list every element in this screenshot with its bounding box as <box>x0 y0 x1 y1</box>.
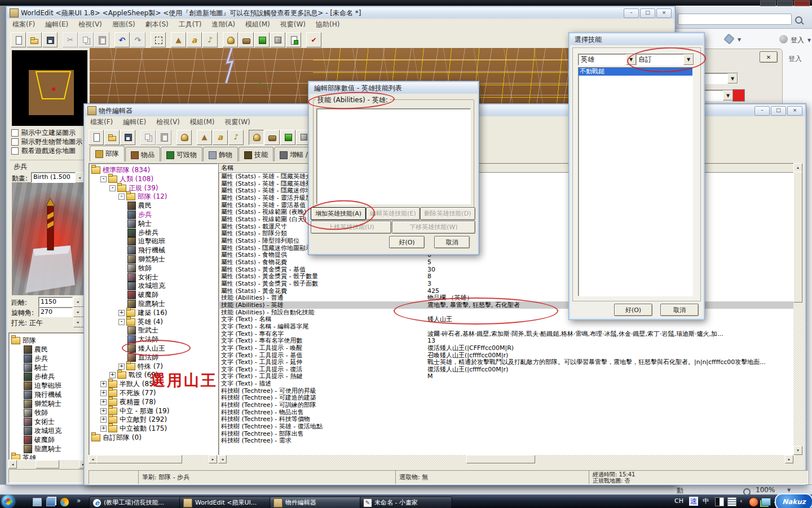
tree-item[interactable]: 女術士 <box>24 418 55 426</box>
new-button[interactable] <box>89 130 104 145</box>
expand-icon[interactable]: + <box>100 381 107 387</box>
checkbox[interactable] <box>11 129 19 137</box>
table-row[interactable]: 科技樹 (Techtree) - 需求 <box>219 437 794 444</box>
tray-ime-toolbar-icon[interactable] <box>727 497 736 506</box>
tree-folder[interactable]: 部隊 <box>11 336 36 345</box>
player-dropdown[interactable]: ▼ <box>703 73 738 84</box>
tree-item[interactable]: 龍鷹騎士 <box>127 300 165 308</box>
chevron-down-icon[interactable]: ▼ <box>626 54 636 65</box>
tree-item[interactable]: 步槍兵 <box>24 373 55 381</box>
tree-item[interactable]: 牧師 <box>127 264 152 273</box>
object-props-pane[interactable]: 名稱 屬性 (Stats) - 英雄 - 隱藏英雄介面屬性 (Stats) - … <box>218 163 795 456</box>
taskbar-button-2[interactable]: WorldEdit <蘋果UI... <box>179 497 272 508</box>
save-button[interactable] <box>120 130 135 145</box>
taskbar-button-3[interactable]: 物件編輯器 <box>270 497 362 508</box>
field-value[interactable]: 1150 <box>38 297 73 307</box>
menu-item[interactable]: 檔案(F) <box>85 116 118 128</box>
copy-button[interactable] <box>78 32 94 47</box>
cancel-button[interactable]: 取消 <box>434 236 470 248</box>
menu-item[interactable]: 檔案(F) <box>7 19 40 30</box>
sound-button[interactable] <box>228 130 244 145</box>
tree-folder[interactable]: +特殊 (7) <box>118 362 163 371</box>
quicklaunch-show-desktop-icon[interactable] <box>33 498 42 506</box>
scroll-thumb[interactable] <box>96 455 182 463</box>
tree-folder[interactable]: 自訂部隊 (0) <box>91 433 142 442</box>
wrench-caret-icon[interactable]: ▼ <box>738 37 741 42</box>
tree-folder[interactable]: 英雄 <box>11 454 36 460</box>
browser-minimize-button[interactable] <box>760 1 776 6</box>
tree-item[interactable]: 龍鷹騎士 <box>24 445 61 453</box>
browser-search-input[interactable] <box>678 14 792 25</box>
tree-item[interactable]: 血法師 <box>127 353 158 362</box>
quicklaunch-media-player-icon[interactable] <box>60 497 69 507</box>
scroll-left-icon[interactable]: ◂ <box>218 455 227 463</box>
tree-folder[interactable]: +中立被動 (175) <box>100 424 167 433</box>
selection-brush-button[interactable] <box>151 32 166 47</box>
minimap[interactable] <box>12 50 87 126</box>
scroll-right-icon[interactable]: ▸ <box>785 455 793 463</box>
tree-item[interactable]: 破魔師 <box>127 291 158 299</box>
quicklaunch-switcher-icon[interactable] <box>46 498 55 506</box>
close-icon[interactable]: × <box>787 106 802 116</box>
anim-field[interactable]: Birth (1.500 <box>31 172 76 183</box>
paste-button[interactable] <box>156 130 171 145</box>
close-icon[interactable]: × <box>656 8 672 18</box>
collapse-icon[interactable]: - <box>118 194 125 200</box>
object-editor-button[interactable] <box>176 130 192 145</box>
expand-icon[interactable]: + <box>109 372 116 378</box>
sound-palette-button[interactable] <box>202 32 218 47</box>
tab-5[interactable]: 技能 <box>239 147 273 163</box>
tree-folder[interactable]: +夜精靈 (78) <box>100 398 156 406</box>
tree-item[interactable]: 破魔師 <box>24 436 55 444</box>
expand-icon[interactable]: + <box>100 417 107 423</box>
field-value[interactable]: 270 <box>38 307 73 317</box>
tree-item[interactable]: 步兵 <box>24 354 48 363</box>
taskbar-button-1[interactable]: e(教學工場)信長技能... <box>89 497 182 508</box>
tree-item[interactable]: 步兵 <box>127 211 152 219</box>
cancel-button[interactable]: 取消 <box>660 304 699 316</box>
tree-item[interactable]: 騎士 <box>24 364 48 372</box>
doodad-palette-button[interactable] <box>239 32 254 47</box>
browser-close-button[interactable] <box>794 1 810 6</box>
menu-item[interactable]: 模組(M) <box>240 19 275 30</box>
edit-hero-ability-button[interactable]: 編輯英雄技能(E) <box>366 207 420 220</box>
checkbox[interactable] <box>11 138 19 146</box>
test-map-button[interactable] <box>306 32 321 47</box>
taskbar-button-4[interactable]: ✎未命名 - 小畫家 <box>360 497 452 508</box>
tree-item[interactable]: 農民 <box>127 202 152 210</box>
tab-4[interactable]: 飾物 <box>203 147 238 163</box>
zoom-level[interactable]: 100% <box>756 486 775 494</box>
expand-icon[interactable]: + <box>118 310 125 316</box>
tab-2[interactable]: 物品 <box>125 147 160 163</box>
tree-folder[interactable]: +半獸人 (85) <box>100 380 156 388</box>
unit-palette-button[interactable] <box>223 32 238 47</box>
tree-hscrollbar[interactable]: ◂ ▸ <box>89 455 217 462</box>
move-down-ability-button[interactable]: 下移英雄技能(W) <box>392 221 475 234</box>
panel-close-button[interactable]: ✕ <box>760 51 778 63</box>
chevron-down-icon[interactable]: ▼ <box>723 90 733 100</box>
tree-item[interactable]: 獅鷲騎士 <box>24 400 61 408</box>
scroll-right-icon[interactable]: ▸ <box>209 455 217 463</box>
tile-palette-button[interactable] <box>254 32 270 47</box>
expand-icon[interactable]: + <box>100 399 107 405</box>
tab-3[interactable]: 可毀物 <box>161 147 202 163</box>
tree-item[interactable]: 迫擊砲班 <box>127 237 165 246</box>
list-item[interactable]: 不動戰鎚 <box>579 68 692 76</box>
save-map-button[interactable] <box>42 32 58 47</box>
props-hscrollbar[interactable]: ◂ ▸ <box>218 455 793 462</box>
tray-chevron-icon[interactable]: ‹ <box>740 497 742 506</box>
tree-folder[interactable]: -人類 (108) <box>100 175 153 183</box>
text-labels-button[interactable] <box>187 32 202 47</box>
restore-icon[interactable]: □ <box>771 106 786 116</box>
chevron-down-icon[interactable]: ▼ <box>727 73 738 84</box>
cameras-button[interactable] <box>270 32 285 47</box>
wrench-icon[interactable] <box>723 33 735 45</box>
menu-item[interactable]: 視窗(W) <box>275 19 311 30</box>
hero-abilities-list[interactable] <box>316 108 471 204</box>
scroll-thumb[interactable] <box>36 460 59 468</box>
tree-folder[interactable]: -英雄 (4) <box>118 318 163 326</box>
new-map-button[interactable] <box>11 32 26 47</box>
restore-icon[interactable]: □ <box>640 8 655 18</box>
search-icon[interactable] <box>795 15 802 26</box>
scroll-down-icon[interactable]: ▾ <box>793 446 802 455</box>
